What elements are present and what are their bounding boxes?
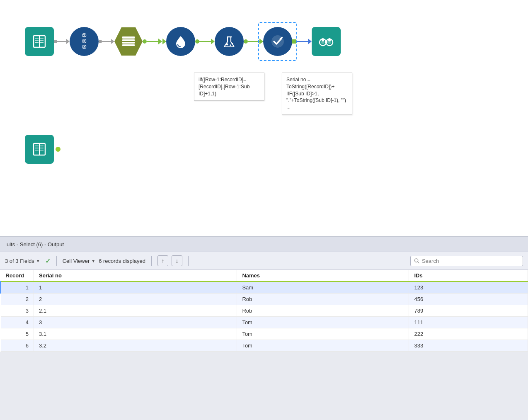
svg-rect-11 xyxy=(122,44,135,46)
svg-rect-19 xyxy=(325,41,327,43)
cell-serial: 3 xyxy=(34,317,237,328)
connector-dot-5 xyxy=(244,39,248,44)
table-row[interactable]: 43Tom111 xyxy=(1,317,528,328)
col-header-record: Record xyxy=(1,270,34,282)
data-table-container: Record Serial no Names IDs 11Sam12322Rob… xyxy=(0,270,528,352)
node-flask[interactable] xyxy=(215,27,244,56)
workflow-canvas: ① ② ③ xyxy=(0,0,528,236)
node-binoculars[interactable] xyxy=(312,27,341,56)
node-book-2[interactable] xyxy=(25,135,54,164)
col-header-names: Names xyxy=(237,270,409,282)
tooltip-formula-1: iif([Row-1:RecordID]=[RecordID],[Row-1:S… xyxy=(194,73,264,101)
toolbar-divider-1 xyxy=(56,256,57,266)
table-row[interactable]: 22Rob456 xyxy=(1,294,528,305)
cell-names: Tom xyxy=(237,328,409,340)
cell-record: 5 xyxy=(1,328,34,340)
arrow-6 xyxy=(308,39,312,44)
connector-dot-2 xyxy=(99,40,102,43)
node-drop[interactable] xyxy=(166,27,195,56)
arrow-4 xyxy=(211,39,215,44)
search-icon xyxy=(414,258,419,264)
cell-ids: 456 xyxy=(409,294,528,305)
line-5 xyxy=(248,41,259,42)
table-row[interactable]: 53.1Tom222 xyxy=(1,328,528,340)
cell-names: Tom xyxy=(237,317,409,328)
cell-names: Rob xyxy=(237,305,409,317)
svg-rect-10 xyxy=(122,42,135,44)
cell-serial: 2 xyxy=(34,294,237,305)
nav-up-button[interactable]: ↑ xyxy=(157,255,168,266)
cell-serial: 3.1 xyxy=(34,328,237,340)
svg-point-23 xyxy=(328,41,331,44)
cell-ids: 789 xyxy=(409,305,528,317)
connector-dot-1 xyxy=(54,40,57,43)
arrow-1 xyxy=(66,39,70,44)
cell-record: 3 xyxy=(1,305,34,317)
col-header-serial: Serial no xyxy=(34,270,237,282)
viewer-dropdown-arrow: ▼ xyxy=(91,259,95,263)
line-4 xyxy=(199,41,211,42)
cell-serial: 2.1 xyxy=(34,305,237,317)
toolbar-divider-3 xyxy=(188,256,189,266)
svg-point-13 xyxy=(226,44,228,46)
cell-names: Rob xyxy=(237,294,409,305)
cell-names: Sam xyxy=(237,282,409,294)
table-row[interactable]: 63.2Tom333 xyxy=(1,340,528,352)
node-book-2-connector xyxy=(56,147,61,152)
cell-record: 6 xyxy=(1,340,34,352)
cell-viewer-selector[interactable]: Cell Viewer ▼ xyxy=(63,258,95,264)
arrow-3b xyxy=(162,39,166,44)
line-3 xyxy=(147,41,158,42)
arrow-3a xyxy=(158,39,162,44)
svg-point-15 xyxy=(232,43,233,44)
svg-rect-8 xyxy=(122,36,135,39)
table-body: 11Sam12322Rob45632.1Rob78943Tom11153.1To… xyxy=(1,282,528,352)
node-numbers[interactable]: ① ② ③ xyxy=(70,27,99,56)
table-header-row: Record Serial no Names IDs xyxy=(1,270,528,282)
node-selected-indicator xyxy=(258,22,297,61)
search-input[interactable] xyxy=(422,258,519,264)
records-count: 6 records displayed xyxy=(99,258,145,264)
connector-dot-3 xyxy=(143,39,147,44)
panel-toolbar: 3 of 3 Fields ▼ ✓ Cell Viewer ▼ 6 record… xyxy=(0,252,528,270)
svg-point-22 xyxy=(321,41,325,44)
results-table: Record Serial no Names IDs 11Sam12322Rob… xyxy=(0,270,528,352)
line-6 xyxy=(296,41,308,42)
node-table[interactable] xyxy=(114,27,143,56)
cell-ids: 333 xyxy=(409,340,528,352)
svg-line-33 xyxy=(418,262,419,263)
cell-record: 4 xyxy=(1,317,34,328)
table-row[interactable]: 32.1Rob789 xyxy=(1,305,528,317)
fields-dropdown-arrow: ▼ xyxy=(36,259,40,263)
cell-ids: 123 xyxy=(409,282,528,294)
cell-ids: 222 xyxy=(409,328,528,340)
fields-check-icon[interactable]: ✓ xyxy=(45,257,51,265)
cell-ids: 111 xyxy=(409,317,528,328)
connector-dot-4 xyxy=(195,39,199,44)
line-2 xyxy=(102,41,111,42)
tooltip-formula-2: Serial no = ToString([RecordID])+ IIF([S… xyxy=(282,73,352,115)
results-panel: ults - Select (6) - Output 3 of 3 Fields… xyxy=(0,236,528,420)
cell-names: Tom xyxy=(237,340,409,352)
line-1 xyxy=(57,41,66,42)
panel-header: ults - Select (6) - Output xyxy=(0,237,528,252)
arrow-2 xyxy=(111,39,114,44)
nav-down-button[interactable]: ↓ xyxy=(172,255,182,266)
col-header-ids: IDs xyxy=(409,270,528,282)
toolbar-divider-2 xyxy=(151,256,152,266)
cell-serial: 3.2 xyxy=(34,340,237,352)
svg-rect-9 xyxy=(122,39,135,41)
cell-record: 2 xyxy=(1,294,34,305)
table-row[interactable]: 11Sam123 xyxy=(1,282,528,294)
node-book-1[interactable] xyxy=(25,27,54,56)
search-box xyxy=(410,256,523,266)
cell-record: 1 xyxy=(1,282,34,294)
fields-selector[interactable]: 3 of 3 Fields ▼ xyxy=(5,258,40,264)
svg-point-14 xyxy=(230,44,231,46)
cell-serial: 1 xyxy=(34,282,237,294)
